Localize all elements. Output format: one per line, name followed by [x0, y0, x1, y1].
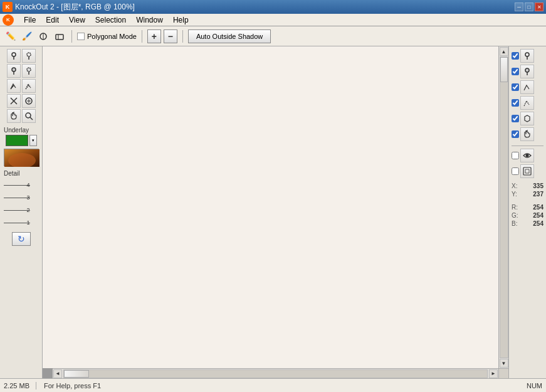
file-size: 2.25 MB — [4, 382, 36, 389]
tool-row-5 — [7, 109, 36, 123]
layer-checkbox-8[interactable] — [512, 167, 519, 175]
maximize-button[interactable]: □ — [525, 3, 533, 11]
tool-brush1[interactable]: ✏️ — [4, 29, 18, 43]
layer-tool-3[interactable] — [520, 80, 534, 94]
pen-tool-d[interactable] — [22, 94, 36, 108]
underlay-row: ▾ — [6, 135, 37, 146]
brush-decrease-button[interactable]: − — [164, 29, 177, 43]
pen-tool-c[interactable] — [7, 94, 21, 108]
brush-increase-button[interactable]: + — [147, 29, 161, 43]
toolbar-separator1 — [71, 30, 72, 43]
polygonal-mode-checkbox[interactable] — [77, 33, 85, 40]
scroll-down-arrow[interactable]: ▼ — [500, 359, 508, 368]
menu-bar: K File Edit View Selection Window Help — [0, 14, 546, 26]
coord-x-label: X: — [512, 183, 517, 189]
svg-point-85 — [525, 53, 529, 56]
menu-edit[interactable]: Edit — [41, 14, 64, 26]
rp-row-8 — [512, 164, 543, 178]
inner-brush-tool[interactable] — [7, 49, 21, 63]
detail-scale: 4 3 2 1 — [4, 178, 39, 228]
rp-row-5 — [512, 112, 543, 125]
rgb-r-value: 254 — [533, 204, 543, 211]
artwork: SOFT丨E http://www.softjie.cn/ 河东软件网 www.… — [43, 46, 498, 368]
underlay-dropdown[interactable]: ▾ — [29, 135, 37, 146]
num-lock-indicator: NUM — [527, 382, 542, 389]
layer-checkbox-2[interactable] — [512, 68, 519, 75]
rp-row-7 — [512, 149, 543, 162]
svg-rect-2 — [56, 34, 63, 40]
menu-help[interactable]: Help — [168, 14, 194, 26]
canvas-area[interactable]: SOFT丨E http://www.softjie.cn/ 河东软件网 www.… — [43, 46, 508, 378]
svg-point-6 — [27, 53, 31, 56]
layer-tool-1[interactable] — [520, 49, 534, 63]
inner-eraser-tool[interactable] — [7, 64, 21, 78]
layer-checkbox-1[interactable] — [512, 52, 519, 60]
svg-point-89 — [526, 154, 529, 157]
coord-y-row: Y: 237 — [512, 191, 543, 198]
rp-divider — [512, 146, 543, 146]
layer-checkbox-4[interactable] — [512, 99, 519, 107]
minimize-button[interactable]: ─ — [515, 3, 523, 11]
tool-row-2 — [7, 64, 36, 78]
layer-checkbox-6[interactable] — [512, 130, 519, 138]
tool-row-1 — [7, 49, 36, 63]
app-menu-logo: K — [3, 14, 14, 26]
menu-window[interactable]: Window — [131, 14, 168, 26]
menu-file[interactable]: File — [19, 14, 41, 26]
scroll-track-vertical[interactable] — [500, 56, 508, 358]
vertical-scrollbar[interactable]: ▲ ▼ — [498, 46, 508, 368]
scroll-track-horizontal[interactable] — [63, 369, 488, 378]
layer-tool-preview[interactable] — [520, 164, 534, 178]
layer-tool-5[interactable] — [520, 112, 534, 125]
menu-view[interactable]: View — [64, 14, 90, 26]
layer-tool-4[interactable] — [520, 96, 534, 110]
tool-brush2[interactable]: 🖌️ — [20, 29, 34, 43]
pen-tool-a[interactable] — [7, 79, 21, 93]
rgb-g-label: G: — [512, 212, 518, 219]
scroll-left-arrow[interactable]: ◄ — [53, 369, 62, 378]
outer-brush-tool[interactable] — [22, 49, 36, 63]
svg-point-87 — [525, 68, 529, 72]
rgb-g-row: G: 254 — [512, 212, 543, 219]
status-bar: 2.25 MB For Help, press F1 NUM — [0, 378, 546, 392]
polygonal-mode-label: Polygonal Mode — [77, 33, 137, 40]
left-panel: Underlay ▾ Detail 4 3 2 1 ↻ — [0, 46, 43, 378]
close-button[interactable]: ✕ — [535, 3, 543, 11]
tool-eraser[interactable] — [53, 29, 66, 43]
refresh-button[interactable]: ↻ — [12, 232, 31, 246]
svg-point-17 — [26, 113, 31, 118]
auto-outside-shadow-button[interactable]: Auto Outside Shadow — [188, 29, 271, 43]
image-preview-thumbnail — [4, 149, 39, 166]
tool-brush3[interactable] — [36, 29, 50, 43]
hand-tool[interactable] — [7, 109, 21, 123]
rgb-section: R: 254 G: 254 B: 254 — [512, 204, 543, 228]
pen-tool-b[interactable] — [22, 79, 36, 93]
layer-checkbox-5[interactable] — [512, 115, 519, 122]
rgb-b-row: B: 254 — [512, 220, 543, 227]
scroll-thumb-horizontal[interactable] — [64, 370, 89, 378]
scroll-thumb-vertical[interactable] — [500, 57, 508, 82]
layer-tool-6[interactable] — [520, 127, 534, 141]
layer-tool-eye[interactable] — [520, 149, 534, 162]
layer-checkbox-7[interactable] — [512, 152, 519, 159]
canvas-background — [43, 46, 498, 368]
coord-x-value: 335 — [533, 183, 543, 189]
rp-row-2 — [512, 65, 543, 78]
title-bar: K KnockOut 2 - [图层*, RGB @ 100%] ─ □ ✕ — [0, 0, 546, 14]
coords-section: X: 335 Y: 237 — [512, 183, 543, 199]
rgb-r-row: R: 254 — [512, 204, 543, 211]
outer-eraser-tool[interactable] — [22, 64, 36, 78]
scroll-up-arrow[interactable]: ▲ — [500, 47, 508, 56]
detail-scale-2: 2 — [26, 207, 29, 213]
layer-checkbox-3[interactable] — [512, 83, 519, 91]
layer-tool-2[interactable] — [520, 65, 534, 78]
zoom-tool[interactable] — [22, 109, 36, 123]
window-controls[interactable]: ─ □ ✕ — [515, 3, 543, 11]
underlay-label: Underlay — [3, 127, 29, 134]
menu-selection[interactable]: Selection — [90, 14, 131, 26]
rp-row-1 — [512, 49, 543, 63]
scroll-right-arrow[interactable]: ► — [489, 369, 498, 378]
horizontal-scrollbar[interactable]: ◄ ► — [53, 368, 498, 378]
underlay-color-swatch[interactable] — [6, 135, 28, 146]
detail-scale-1: 1 — [26, 220, 29, 226]
